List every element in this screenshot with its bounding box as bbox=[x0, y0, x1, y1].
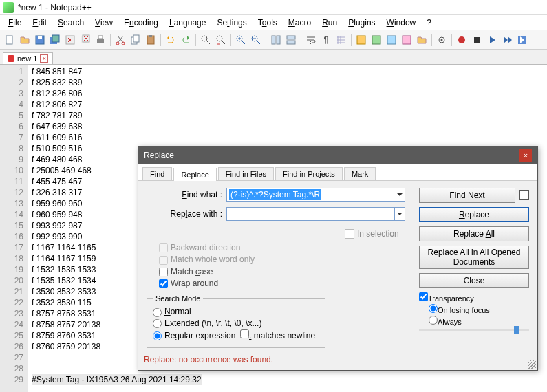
dialog-close-button[interactable]: × bbox=[519, 149, 532, 162]
paste-icon[interactable] bbox=[144, 33, 158, 47]
zoom-out-icon[interactable] bbox=[249, 33, 263, 47]
dialog-titlebar[interactable]: Replace × bbox=[138, 146, 537, 164]
zoom-in-icon[interactable] bbox=[234, 33, 248, 47]
editor[interactable]: 1234567891011121314151617181920212223242… bbox=[0, 65, 547, 392]
svg-rect-15 bbox=[149, 35, 152, 37]
play-multi-icon[interactable] bbox=[500, 33, 514, 47]
dialog-title: Replace bbox=[144, 151, 174, 160]
lang-icon[interactable] bbox=[354, 33, 368, 47]
file-tab[interactable]: new 1 × bbox=[3, 52, 53, 64]
find-next-direction-checkbox[interactable] bbox=[519, 190, 529, 200]
wrap-checkbox[interactable] bbox=[159, 279, 168, 288]
transparency-checkbox[interactable] bbox=[419, 292, 428, 301]
menu-edit[interactable]: Edit bbox=[27, 17, 52, 29]
close-button[interactable]: Close bbox=[419, 273, 529, 288]
indent-guide-icon[interactable] bbox=[334, 33, 348, 47]
sync-h-icon[interactable] bbox=[284, 33, 298, 47]
file-tab-bar: new 1 × bbox=[0, 50, 547, 65]
cut-icon[interactable] bbox=[114, 33, 127, 47]
print-icon[interactable] bbox=[94, 33, 107, 47]
menu-settings[interactable]: Settings bbox=[211, 17, 252, 29]
save-icon[interactable] bbox=[33, 33, 47, 47]
find-icon[interactable] bbox=[199, 33, 213, 47]
always-option[interactable]: Always bbox=[429, 316, 529, 326]
always-radio[interactable] bbox=[429, 316, 438, 325]
menu-plugins[interactable]: Plugins bbox=[343, 17, 380, 29]
record-icon[interactable] bbox=[455, 33, 469, 47]
tab-find-in-files[interactable]: Find in Files bbox=[218, 167, 274, 180]
save-macro-icon[interactable] bbox=[515, 33, 529, 47]
menu-macro[interactable]: Macro bbox=[283, 17, 317, 29]
copy-icon[interactable] bbox=[129, 33, 142, 47]
replace-all-opened-button[interactable]: Replace All in All Opened Documents bbox=[419, 246, 529, 269]
menu-window[interactable]: Window bbox=[381, 17, 422, 29]
menu-view[interactable]: View bbox=[89, 17, 118, 29]
line-number-gutter: 1234567891011121314151617181920212223242… bbox=[0, 65, 28, 392]
dialog-status: Replace: no occurrence was found. bbox=[138, 352, 537, 370]
svg-rect-9 bbox=[98, 36, 103, 39]
resize-grip-icon[interactable] bbox=[528, 360, 536, 369]
replace-with-combo[interactable] bbox=[226, 207, 405, 221]
monitor-icon[interactable] bbox=[435, 33, 449, 47]
mode-normal[interactable]: Normal bbox=[153, 307, 319, 316]
tab-close-icon[interactable]: × bbox=[40, 54, 48, 63]
close-all-icon[interactable] bbox=[78, 33, 92, 47]
all-chars-icon[interactable]: ¶ bbox=[319, 33, 333, 47]
chevron-down-icon[interactable] bbox=[394, 208, 405, 220]
menu-language[interactable]: Language bbox=[164, 17, 211, 29]
button-column: Find Next Replace Replace All Replace Al… bbox=[419, 188, 529, 288]
stop-icon[interactable] bbox=[470, 33, 484, 47]
tab-replace[interactable]: Replace bbox=[173, 168, 216, 181]
backward-checkbox bbox=[159, 243, 168, 252]
menu-help[interactable]: ? bbox=[421, 17, 437, 29]
folder-icon[interactable] bbox=[415, 33, 429, 47]
mode-extended-radio[interactable] bbox=[153, 319, 162, 328]
menu-tools[interactable]: Tools bbox=[253, 17, 283, 29]
mode-normal-radio[interactable] bbox=[153, 308, 162, 317]
replace-all-button[interactable]: Replace All bbox=[419, 226, 529, 241]
save-all-icon[interactable] bbox=[48, 33, 62, 47]
svg-rect-25 bbox=[372, 36, 380, 44]
toolbar-separator bbox=[266, 34, 266, 46]
redo-icon[interactable] bbox=[179, 33, 193, 47]
menu-run[interactable]: Run bbox=[317, 17, 343, 29]
transparency-slider[interactable] bbox=[419, 329, 529, 331]
mode-regex[interactable]: Regular expression . matches newline bbox=[153, 329, 319, 340]
undo-icon[interactable] bbox=[164, 33, 178, 47]
svg-point-30 bbox=[458, 36, 465, 43]
on-losing-radio[interactable] bbox=[429, 304, 438, 313]
new-file-icon[interactable] bbox=[3, 33, 17, 47]
mode-extended[interactable]: Extended (\n, \r, \t, \0, \x...) bbox=[153, 318, 319, 328]
on-losing-focus-option[interactable]: On losing focus bbox=[429, 304, 529, 314]
tab-mark[interactable]: Mark bbox=[344, 167, 376, 180]
tab-find-in-projects[interactable]: Find in Projects bbox=[275, 167, 343, 180]
replace-button[interactable]: Replace bbox=[419, 207, 529, 222]
search-mode-legend: Search Mode bbox=[153, 294, 203, 303]
func-list-icon[interactable] bbox=[400, 33, 414, 47]
open-file-icon[interactable] bbox=[18, 33, 32, 47]
matches-newline-checkbox[interactable] bbox=[240, 329, 249, 338]
svg-rect-0 bbox=[6, 36, 12, 44]
doc-list-icon[interactable] bbox=[385, 33, 398, 47]
sync-v-icon[interactable] bbox=[269, 33, 283, 47]
tab-find[interactable]: Find bbox=[142, 167, 172, 180]
toolbar-separator bbox=[110, 34, 111, 46]
wordwrap-icon[interactable] bbox=[304, 33, 318, 47]
mode-regex-radio[interactable] bbox=[153, 331, 162, 340]
doc-map-icon[interactable] bbox=[369, 33, 383, 47]
match-case-checkbox[interactable] bbox=[159, 268, 168, 276]
close-icon[interactable] bbox=[63, 33, 77, 47]
menu-encoding[interactable]: Encoding bbox=[118, 17, 164, 29]
menu-file[interactable]: File bbox=[3, 17, 27, 29]
replace-icon[interactable] bbox=[214, 33, 228, 47]
play-icon[interactable] bbox=[485, 33, 499, 47]
menu-search[interactable]: Search bbox=[52, 17, 89, 29]
find-what-combo[interactable]: (?-is)^.*?System Tag.*\R bbox=[226, 188, 405, 202]
find-next-button[interactable]: Find Next bbox=[419, 188, 515, 203]
chevron-down-icon[interactable] bbox=[394, 188, 405, 201]
window-titlebar: *new 1 - Notepad++ bbox=[0, 0, 547, 15]
svg-rect-24 bbox=[357, 36, 365, 44]
transparency-option[interactable]: Transparency bbox=[419, 292, 529, 303]
replace-with-input[interactable] bbox=[227, 208, 394, 220]
slider-thumb[interactable] bbox=[514, 326, 519, 334]
